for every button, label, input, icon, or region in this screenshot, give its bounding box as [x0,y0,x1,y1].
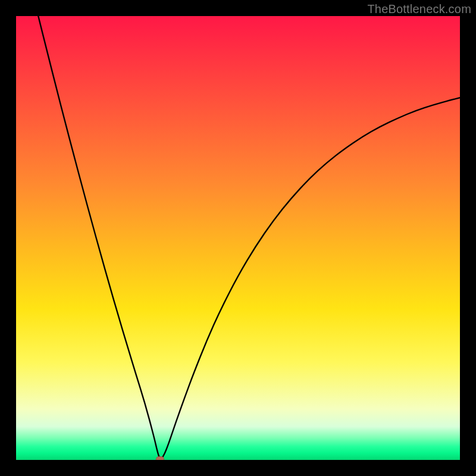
plot-area [16,16,460,460]
curve-svg [16,16,460,460]
chart-stage: TheBottleneck.com [0,0,476,476]
min-point-marker [156,456,164,461]
watermark-text: TheBottleneck.com [367,2,471,16]
bottleneck-curve-path [38,16,460,459]
